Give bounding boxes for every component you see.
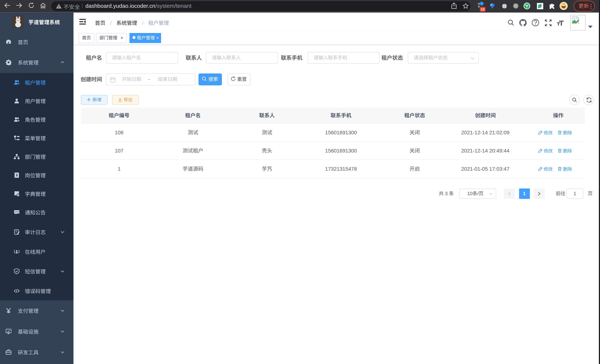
svg-text:10: 10 (481, 7, 485, 11)
